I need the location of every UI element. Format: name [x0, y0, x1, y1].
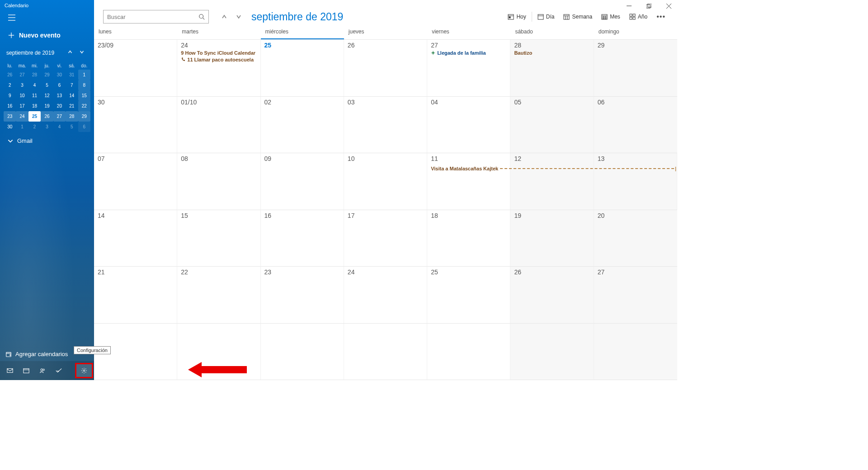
calendar-cell[interactable]: 20: [594, 210, 677, 267]
mini-day[interactable]: 10: [16, 90, 28, 101]
mini-day[interactable]: 16: [4, 101, 16, 111]
mini-day[interactable]: 29: [78, 111, 90, 122]
mini-day[interactable]: 20: [53, 101, 66, 111]
mini-day[interactable]: 30: [4, 122, 16, 132]
calendar-cell[interactable]: [427, 324, 510, 380]
next-month-button[interactable]: [232, 10, 245, 23]
mini-day[interactable]: 19: [41, 101, 53, 111]
mini-day[interactable]: 27: [16, 70, 28, 80]
mini-day[interactable]: 30: [53, 70, 66, 80]
calendar-cell[interactable]: 10: [344, 153, 427, 210]
calendar-cell[interactable]: 18: [427, 210, 510, 267]
mini-day[interactable]: 11: [28, 90, 41, 101]
mini-day[interactable]: 15: [78, 90, 90, 101]
calendar-cell[interactable]: 27: [594, 267, 677, 323]
hamburger-button[interactable]: [0, 11, 94, 27]
mini-day[interactable]: 26: [4, 70, 16, 80]
account-gmail[interactable]: Gmail: [0, 132, 94, 150]
calendar-cell[interactable]: [94, 324, 177, 380]
mini-day[interactable]: 24: [16, 111, 28, 122]
calendar-cell[interactable]: 23/09: [94, 40, 177, 96]
calendar-cell[interactable]: 02: [261, 97, 344, 153]
calendar-cell[interactable]: [510, 324, 594, 380]
mini-day[interactable]: 8: [78, 80, 90, 90]
calendar-cell[interactable]: 249 How To Sync iCloud Calendar With11 L…: [177, 40, 260, 96]
prev-month-button[interactable]: [218, 10, 231, 23]
calendar-cell[interactable]: 21: [94, 267, 177, 323]
minimize-button[interactable]: [622, 1, 636, 11]
todo-icon[interactable]: [51, 364, 67, 377]
new-event-button[interactable]: Nuevo evento: [0, 27, 94, 45]
mini-day[interactable]: 28: [66, 111, 78, 122]
calendar-event[interactable]: 9 How To Sync iCloud Calendar With: [181, 50, 256, 56]
calendar-cell[interactable]: 01/10: [177, 97, 260, 153]
calendar-event[interactable]: Llegada de la familia: [431, 50, 506, 56]
mini-day[interactable]: 5: [41, 80, 53, 90]
mini-day[interactable]: 21: [66, 101, 78, 111]
calendar-cell[interactable]: 17: [344, 210, 427, 267]
mini-day[interactable]: 26: [41, 111, 53, 122]
calendar-event[interactable]: 11 Llamar paco autoescuela: [181, 57, 256, 62]
mini-day[interactable]: 9: [4, 90, 16, 101]
current-month-label[interactable]: septiembre de 2019: [251, 11, 343, 23]
calendar-cell[interactable]: 16: [261, 210, 344, 267]
calendar-cell[interactable]: 26: [344, 40, 427, 96]
mini-day[interactable]: 18: [28, 101, 41, 111]
calendar-cell[interactable]: 13: [594, 153, 677, 210]
calendar-event[interactable]: Bautizo: [514, 50, 590, 56]
people-icon[interactable]: [34, 364, 51, 377]
mini-day[interactable]: 29: [41, 70, 53, 80]
mini-day[interactable]: 28: [28, 70, 41, 80]
mini-day[interactable]: 4: [28, 80, 41, 90]
mini-day[interactable]: 27: [53, 111, 66, 122]
calendar-cell[interactable]: 24: [344, 267, 427, 323]
mini-day[interactable]: 12: [41, 90, 53, 101]
mini-day[interactable]: 3: [41, 122, 53, 132]
add-calendars-button[interactable]: Agregar calendarios Configuración: [0, 347, 94, 361]
calendar-cell[interactable]: 29: [594, 40, 677, 96]
calendar-cell[interactable]: 30: [94, 97, 177, 153]
search-box[interactable]: [103, 10, 209, 24]
maximize-button[interactable]: [642, 1, 656, 11]
mini-day[interactable]: 17: [16, 101, 28, 111]
mini-day[interactable]: 6: [78, 122, 90, 132]
mini-day[interactable]: 14: [66, 90, 78, 101]
calendar-cell[interactable]: 07: [94, 153, 177, 210]
calendar-icon[interactable]: [18, 364, 34, 377]
mini-day[interactable]: 1: [78, 70, 90, 80]
calendar-cell[interactable]: 12: [510, 153, 594, 210]
day-view-button[interactable]: Día: [533, 11, 559, 23]
calendar-cell[interactable]: [344, 324, 427, 380]
calendar-cell[interactable]: [594, 324, 677, 380]
calendar-cell[interactable]: 03: [344, 97, 427, 153]
calendar-cell[interactable]: 25: [427, 267, 510, 323]
calendar-cell[interactable]: 08: [177, 153, 260, 210]
mini-day[interactable]: 31: [66, 70, 78, 80]
calendar-cell[interactable]: 05: [510, 97, 594, 153]
mini-next-button[interactable]: [76, 47, 88, 58]
calendar-cell[interactable]: 22: [177, 267, 260, 323]
close-button[interactable]: [662, 1, 675, 11]
today-button[interactable]: Hoy: [503, 11, 530, 23]
mini-day[interactable]: 5: [66, 122, 78, 132]
week-view-button[interactable]: Semana: [559, 11, 597, 23]
mini-day[interactable]: 13: [53, 90, 66, 101]
mini-day[interactable]: 7: [66, 80, 78, 90]
mini-day[interactable]: 2: [4, 80, 16, 90]
calendar-cell[interactable]: 14: [94, 210, 177, 267]
mini-day[interactable]: 4: [53, 122, 66, 132]
calendar-cell[interactable]: [177, 324, 260, 380]
calendar-cell[interactable]: 28Bautizo: [510, 40, 594, 96]
calendar-cell[interactable]: 09: [261, 153, 344, 210]
calendar-cell[interactable]: 11: [427, 153, 510, 210]
calendar-cell[interactable]: 25: [261, 40, 344, 96]
calendar-cell[interactable]: 19: [510, 210, 594, 267]
mini-day[interactable]: 2: [28, 122, 41, 132]
calendar-cell[interactable]: 06: [594, 97, 677, 153]
mini-prev-button[interactable]: [64, 47, 76, 58]
month-view-button[interactable]: Mes: [597, 11, 625, 23]
mini-day[interactable]: 1: [16, 122, 28, 132]
mini-day[interactable]: 3: [16, 80, 28, 90]
multi-day-event[interactable]: Visita a Matalascañas Kajtek|: [431, 165, 676, 172]
mini-day[interactable]: 25: [28, 111, 41, 122]
